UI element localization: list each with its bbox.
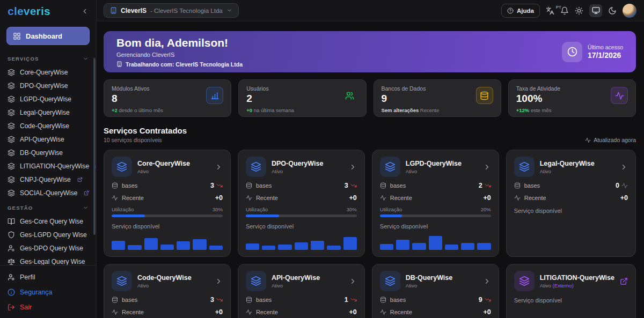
service-card-legal-querywise[interactable]: Legal-QueryWiseAtivobases0Recente+0Servi… [506,150,636,257]
company-selector[interactable]: CleverIS - CleverIS Tecnologia Ltda [104,3,239,18]
sidebar-item-ges-dpo-query-wise[interactable]: Ges-DPO Query Wise [0,241,96,255]
bases-value: 1 [345,296,357,304]
chevron-right-icon[interactable] [483,163,491,171]
sidebar-item-label: LITIGATION-QueryWise [20,162,89,170]
sidebar-item-ges-lgpd-query-wise[interactable]: Ges-LGPD Query Wise [0,228,96,241]
trend-icon [350,297,357,303]
sidebar-item-label: Ges-Core Query Wise [20,218,83,225]
activity-icon [112,195,118,201]
help-button[interactable]: Ajuda [501,4,540,18]
service-name: Core-QueryWise [137,160,209,167]
bases-label: bases [112,182,137,189]
section-header-servi-os[interactable]: SERVIÇOS [0,50,96,65]
bell-icon[interactable] [560,6,569,15]
layers-icon [8,122,15,130]
service-card-code-querywise[interactable]: Code-QueryWiseAtivobases3Recente+0Utiliz… [104,264,231,318]
sidebar-item-api-querywise[interactable]: API-QueryWise [0,132,96,146]
chevron-right-icon[interactable] [483,277,491,285]
utilization-percent: 20% [481,206,491,212]
users-icon [341,87,358,104]
sidebar-logo-row: cleveris [0,0,96,23]
mini-chart-bar [144,238,158,250]
banner-working-with: Trabalhando com: CleverIS Tecnologia Ltd… [116,61,243,68]
sidebar-item-legal-querywise[interactable]: Legal-QueryWise [0,106,96,119]
shield-icon [8,231,15,239]
layers-icon [380,157,400,177]
sidebar-collapse-icon[interactable] [81,8,89,15]
service-name: API-QueryWise [272,274,343,282]
sidebar-item-litigation-querywise[interactable]: LITIGATION-QueryWise [0,159,96,173]
chevron-right-icon[interactable] [215,277,223,285]
service-card-dpo-querywise[interactable]: DPO-QueryWiseAtivobases3Recente+0Utiliza… [238,150,365,257]
external-link-icon[interactable] [620,277,628,285]
layers-icon [116,161,127,172]
chevron-right-icon[interactable] [620,163,628,171]
services-title: Serviços Contratados [104,126,187,135]
chevron-right-icon[interactable] [349,277,357,285]
layers-icon [8,69,15,76]
sidebar-footer: PerfilSegurançaSair [0,265,96,318]
recent-row: Recente+0 [246,308,357,316]
service-card-core-querywise[interactable]: Core-QueryWiseAtivobases3Recente+0Utiliz… [104,150,231,257]
app-root: cleveris Dashboard SERVIÇOSCore-QueryWis… [0,0,644,318]
service-card-titles: DPO-QueryWiseAtivo [272,160,343,174]
layers-icon [8,82,15,90]
recent-row: Recente+0 [112,194,223,202]
sidebar-item-label: LGPD-QueryWise [20,95,71,103]
recent-count: +0 [215,308,223,316]
monitor-theme-button[interactable] [589,4,602,17]
sidebar-item-cnpj-querywise[interactable]: CNPJ-QueryWise [0,173,96,186]
bases-label: bases [514,182,540,189]
sidebar-item-ges-core-query-wise[interactable]: Ges-Core Query Wise [0,215,96,228]
sidebar-item-core-querywise[interactable]: Core-QueryWise [0,65,96,79]
sidebar-footer-item-seguran-a[interactable]: Segurança [0,285,96,300]
sidebar-footer-item-sair[interactable]: Sair [0,300,96,315]
bases-count: 1 [345,296,348,304]
service-card-litigation-querywise[interactable]: LITIGATION-QueryWiseAtivo (Externo)Servi… [506,264,636,318]
sidebar-item-dashboard[interactable]: Dashboard [6,27,90,45]
service-available-text: Serviço disponível [112,223,223,230]
sidebar-item-code-querywise[interactable]: Code-QueryWise [0,119,96,132]
database-icon [480,91,489,100]
recent-label: Recente [514,195,546,201]
external-link-icon [96,164,96,169]
last-access-label: Último acesso [588,44,623,50]
book-icon [8,218,15,225]
recent-label: Recente [112,309,144,315]
user-avatar[interactable] [623,4,636,18]
sidebar-item-dpo-querywise[interactable]: DPO-QueryWise [0,79,96,92]
layers-icon [112,157,132,177]
barchart-icon [206,87,223,104]
stat-footer-text: este mês [529,107,551,113]
layers-icon [519,161,530,172]
sun-icon[interactable] [575,6,583,15]
sidebar-item-label: API-QueryWise [20,136,64,143]
sidebar-scrollbar[interactable] [93,58,96,235]
users-icon [345,91,354,100]
service-name: DB-QueryWise [406,274,478,282]
utilization-row: Utilização30% [246,206,357,212]
service-card-db-querywise[interactable]: DB-QueryWiseAtivobases9Recente+0Utilizaç… [372,264,499,318]
recent-row: Recente+0 [246,194,357,202]
moon-icon[interactable] [608,6,617,15]
service-card-api-querywise[interactable]: API-QueryWiseAtivobases1Recente+0Utiliza… [238,264,365,318]
section-header-gest-o[interactable]: GESTÃO [0,199,96,215]
recent-label-text: Recente [122,195,144,201]
sidebar-item-label: Ges-DPO Query Wise [20,245,83,252]
service-card-lgpd-querywise[interactable]: LGPD-QueryWiseAtivobases2Recente+0Utiliz… [372,150,499,257]
sidebar-item-social-querywise[interactable]: SOCIAL-QueryWise [0,186,96,199]
language-button[interactable]: PT [546,6,554,15]
chevron-right-icon[interactable] [215,163,223,171]
chevron-right-icon[interactable] [349,163,357,171]
chevron-down-icon [226,8,232,13]
sidebar-item-lgpd-querywise[interactable]: LGPD-QueryWise [0,92,96,106]
layers-icon [385,161,396,172]
sidebar-item-db-querywise[interactable]: DB-QueryWise [0,146,96,159]
recent-count: +0 [349,194,357,202]
last-access: Último acesso 17/1/2026 [562,42,623,62]
sidebar-footer-item-perfil[interactable]: Perfil [0,270,96,285]
bases-value: 0 [616,182,628,189]
database-icon [514,182,521,189]
recent-value: +0 [215,194,223,202]
sidebar-item-ges-legal-query-wise[interactable]: Ges-Legal Query Wise [0,255,96,265]
